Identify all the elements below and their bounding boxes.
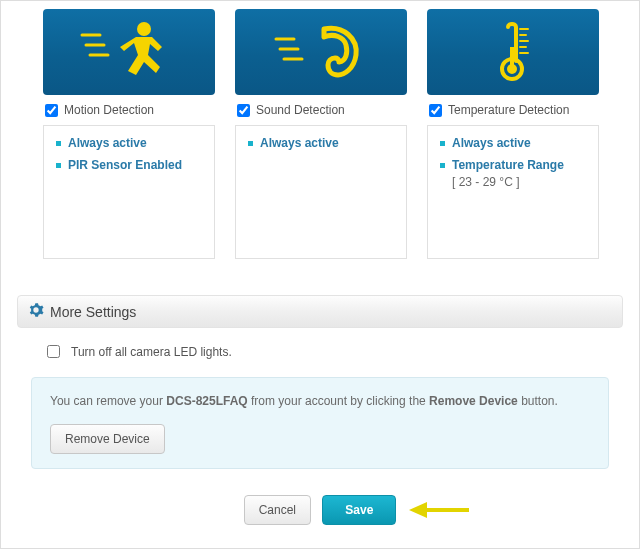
led-checkbox[interactable] xyxy=(47,345,60,358)
remove-device-info: You can remove your DCS-825LFAQ from you… xyxy=(31,377,609,469)
detection-label: Sound Detection xyxy=(256,103,345,117)
more-settings-header: More Settings xyxy=(17,295,623,328)
detection-card: Temperature DetectionAlways activeTemper… xyxy=(427,9,599,259)
detail-item: Always active xyxy=(56,136,202,152)
detail-item: Always active xyxy=(248,136,394,152)
svg-marker-16 xyxy=(409,502,427,518)
detection-card: Motion DetectionAlways activePIR Sensor … xyxy=(43,9,215,259)
detection-checkbox[interactable] xyxy=(237,104,250,117)
detail-item: PIR Sensor Enabled xyxy=(56,158,202,174)
detail-item-label: Always active xyxy=(68,136,147,150)
detail-item-label: PIR Sensor Enabled xyxy=(68,158,182,172)
motion-icon xyxy=(74,17,184,87)
remove-text-mid: from your account by clicking the xyxy=(248,394,429,408)
remove-device-button[interactable]: Remove Device xyxy=(50,424,165,454)
gear-icon xyxy=(28,302,44,321)
settings-panel: Motion DetectionAlways activePIR Sensor … xyxy=(0,0,640,549)
svg-rect-9 xyxy=(510,47,514,69)
sound-icon xyxy=(266,17,376,87)
detection-detail-box: Always activePIR Sensor Enabled xyxy=(43,125,215,259)
detection-label: Temperature Detection xyxy=(448,103,569,117)
detail-item-label: Temperature Range xyxy=(452,158,564,172)
temperature-icon xyxy=(458,17,568,87)
detection-cards: Motion DetectionAlways activePIR Sensor … xyxy=(43,9,623,259)
detail-item: Temperature Range[ 23 - 29 °C ] xyxy=(440,158,586,191)
action-buttons: Cancel Save xyxy=(17,495,623,525)
detection-checkbox[interactable] xyxy=(429,104,442,117)
remove-text-post: button. xyxy=(518,394,558,408)
detection-check-row: Motion Detection xyxy=(43,95,215,125)
detection-check-row: Temperature Detection xyxy=(427,95,599,125)
detection-detail-box: Always activeTemperature Range[ 23 - 29 … xyxy=(427,125,599,259)
remove-text-pre: You can remove your xyxy=(50,394,166,408)
motion-tile[interactable] xyxy=(43,9,215,95)
detail-item-label: Always active xyxy=(260,136,339,150)
temperature-tile[interactable] xyxy=(427,9,599,95)
detail-item: Always active xyxy=(440,136,586,152)
cancel-button[interactable]: Cancel xyxy=(244,495,311,525)
detail-item-sub: [ 23 - 29 °C ] xyxy=(452,175,586,191)
led-toggle-row: Turn off all camera LED lights. xyxy=(43,342,623,361)
more-settings-label: More Settings xyxy=(50,304,136,320)
remove-text-bold: Remove Device xyxy=(429,394,518,408)
detection-checkbox[interactable] xyxy=(45,104,58,117)
device-name: DCS-825LFAQ xyxy=(166,394,247,408)
detection-detail-box: Always active xyxy=(235,125,407,259)
detail-item-label: Always active xyxy=(452,136,531,150)
sound-tile[interactable] xyxy=(235,9,407,95)
save-button[interactable]: Save xyxy=(322,495,396,525)
svg-point-3 xyxy=(137,22,151,36)
arrow-annotation-icon xyxy=(407,499,471,524)
led-checkbox-label: Turn off all camera LED lights. xyxy=(71,345,232,359)
detection-card: Sound DetectionAlways active xyxy=(235,9,407,259)
detection-label: Motion Detection xyxy=(64,103,154,117)
detection-check-row: Sound Detection xyxy=(235,95,407,125)
